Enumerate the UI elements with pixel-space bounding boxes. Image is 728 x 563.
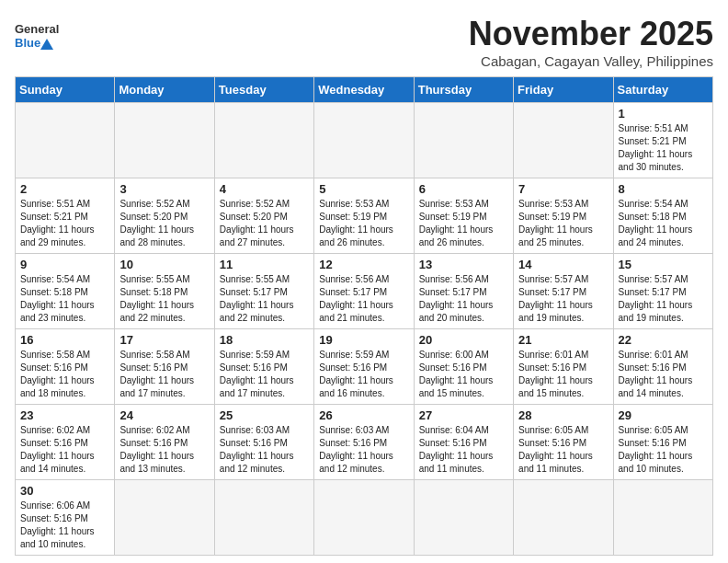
day-number: 15 [619, 258, 708, 271]
day-number: 24 [119, 408, 209, 422]
calendar-cell: 29Sunrise: 6:05 AMSunset: 5:16 PMDayligh… [613, 405, 712, 480]
day-number: 30 [20, 484, 109, 498]
calendar-cell [414, 103, 513, 178]
day-info: Sunrise: 5:54 AMSunset: 5:18 PMDaylight:… [20, 273, 109, 325]
weekday-monday: Monday [115, 77, 214, 103]
calendar-cell: 25Sunrise: 6:03 AMSunset: 5:16 PMDayligh… [214, 405, 313, 480]
calendar-cell: 16Sunrise: 5:58 AMSunset: 5:16 PMDayligh… [16, 329, 115, 405]
logo: General Blue [15, 15, 63, 57]
day-number: 29 [619, 408, 708, 422]
weekday-saturday: Saturday [613, 77, 712, 103]
day-info: Sunrise: 6:06 AMSunset: 5:16 PMDaylight:… [20, 500, 109, 551]
weekday-tuesday: Tuesday [214, 77, 313, 103]
day-info: Sunrise: 5:53 AMSunset: 5:19 PMDaylight:… [319, 198, 408, 249]
calendar-cell: 27Sunrise: 6:04 AMSunset: 5:16 PMDayligh… [414, 405, 513, 480]
day-info: Sunrise: 5:55 AMSunset: 5:17 PMDaylight:… [220, 273, 309, 325]
day-number: 14 [518, 258, 608, 271]
calendar-cell [16, 103, 115, 178]
month-title: November 2025 [469, 15, 713, 53]
calendar-cell: 4Sunrise: 5:52 AMSunset: 5:20 PMDaylight… [214, 178, 313, 254]
calendar-cell: 24Sunrise: 6:02 AMSunset: 5:16 PMDayligh… [115, 405, 214, 480]
calendar-cell: 22Sunrise: 6:01 AMSunset: 5:16 PMDayligh… [613, 329, 712, 405]
calendar-cell: 8Sunrise: 5:54 AMSunset: 5:18 PMDaylight… [613, 178, 712, 254]
calendar-cell: 17Sunrise: 5:58 AMSunset: 5:16 PMDayligh… [115, 329, 214, 405]
calendar-cell [613, 480, 712, 556]
svg-text:General: General [15, 22, 59, 36]
calendar-cell: 9Sunrise: 5:54 AMSunset: 5:18 PMDaylight… [16, 254, 115, 329]
day-info: Sunrise: 6:02 AMSunset: 5:16 PMDaylight:… [119, 424, 209, 476]
day-number: 21 [518, 333, 608, 347]
day-info: Sunrise: 5:51 AMSunset: 5:21 PMDaylight:… [619, 122, 708, 174]
day-number: 19 [319, 333, 408, 347]
calendar-cell [414, 480, 513, 556]
day-number: 18 [220, 333, 309, 347]
day-info: Sunrise: 5:57 AMSunset: 5:17 PMDaylight:… [619, 273, 708, 325]
calendar-cell [115, 480, 214, 556]
day-number: 25 [220, 408, 309, 422]
day-info: Sunrise: 5:55 AMSunset: 5:18 PMDaylight:… [119, 273, 209, 325]
day-number: 11 [220, 258, 309, 271]
day-info: Sunrise: 5:59 AMSunset: 5:16 PMDaylight:… [220, 349, 309, 400]
calendar-cell: 3Sunrise: 5:52 AMSunset: 5:20 PMDaylight… [115, 178, 214, 254]
calendar-body: 1Sunrise: 5:51 AMSunset: 5:21 PMDaylight… [16, 103, 713, 556]
day-number: 20 [419, 333, 508, 347]
day-number: 27 [419, 408, 508, 422]
day-number: 9 [20, 258, 109, 271]
calendar-week-0: 1Sunrise: 5:51 AMSunset: 5:21 PMDaylight… [16, 103, 713, 178]
day-info: Sunrise: 5:52 AMSunset: 5:20 PMDaylight:… [220, 198, 309, 249]
day-number: 1 [619, 107, 708, 121]
calendar-week-3: 16Sunrise: 5:58 AMSunset: 5:16 PMDayligh… [16, 329, 713, 405]
day-number: 22 [619, 333, 708, 347]
calendar-cell [514, 103, 613, 178]
day-info: Sunrise: 5:56 AMSunset: 5:17 PMDaylight:… [419, 273, 508, 325]
day-info: Sunrise: 6:02 AMSunset: 5:16 PMDaylight:… [20, 424, 109, 476]
day-number: 17 [119, 333, 209, 347]
calendar-week-4: 23Sunrise: 6:02 AMSunset: 5:16 PMDayligh… [16, 405, 713, 480]
day-info: Sunrise: 6:04 AMSunset: 5:16 PMDaylight:… [419, 424, 508, 476]
day-info: Sunrise: 5:52 AMSunset: 5:20 PMDaylight:… [119, 198, 209, 249]
day-number: 7 [518, 182, 608, 196]
day-number: 12 [319, 258, 408, 271]
day-number: 13 [419, 258, 508, 271]
calendar-cell [214, 103, 313, 178]
calendar-cell: 18Sunrise: 5:59 AMSunset: 5:16 PMDayligh… [214, 329, 313, 405]
calendar-week-2: 9Sunrise: 5:54 AMSunset: 5:18 PMDaylight… [16, 254, 713, 329]
day-info: Sunrise: 6:03 AMSunset: 5:16 PMDaylight:… [220, 424, 309, 476]
day-info: Sunrise: 5:58 AMSunset: 5:16 PMDaylight:… [119, 349, 209, 400]
calendar-cell: 11Sunrise: 5:55 AMSunset: 5:17 PMDayligh… [214, 254, 313, 329]
calendar-table: SundayMondayTuesdayWednesdayThursdayFrid… [15, 76, 713, 556]
calendar-cell: 1Sunrise: 5:51 AMSunset: 5:21 PMDaylight… [613, 103, 712, 178]
calendar-week-5: 30Sunrise: 6:06 AMSunset: 5:16 PMDayligh… [16, 480, 713, 556]
day-number: 6 [419, 182, 508, 196]
day-info: Sunrise: 6:00 AMSunset: 5:16 PMDaylight:… [419, 349, 508, 400]
calendar-cell [314, 103, 414, 178]
weekday-wednesday: Wednesday [314, 77, 414, 103]
day-number: 4 [220, 182, 309, 196]
logo-icon: General Blue [15, 15, 61, 57]
calendar-cell [314, 480, 414, 556]
calendar-cell [514, 480, 613, 556]
calendar-cell: 6Sunrise: 5:53 AMSunset: 5:19 PMDaylight… [414, 178, 513, 254]
calendar-cell: 20Sunrise: 6:00 AMSunset: 5:16 PMDayligh… [414, 329, 513, 405]
day-info: Sunrise: 5:58 AMSunset: 5:16 PMDaylight:… [20, 349, 109, 400]
weekday-friday: Friday [514, 77, 613, 103]
day-number: 8 [619, 182, 708, 196]
day-info: Sunrise: 5:53 AMSunset: 5:19 PMDaylight:… [518, 198, 608, 249]
svg-text:Blue: Blue [15, 36, 40, 50]
calendar-week-1: 2Sunrise: 5:51 AMSunset: 5:21 PMDaylight… [16, 178, 713, 254]
title-section: November 2025 Cabagan, Cagayan Valley, P… [469, 15, 713, 69]
calendar-cell: 10Sunrise: 5:55 AMSunset: 5:18 PMDayligh… [115, 254, 214, 329]
calendar-cell: 13Sunrise: 5:56 AMSunset: 5:17 PMDayligh… [414, 254, 513, 329]
calendar-cell: 5Sunrise: 5:53 AMSunset: 5:19 PMDaylight… [314, 178, 414, 254]
weekday-header-row: SundayMondayTuesdayWednesdayThursdayFrid… [16, 77, 713, 103]
day-info: Sunrise: 5:59 AMSunset: 5:16 PMDaylight:… [319, 349, 408, 400]
calendar-cell: 15Sunrise: 5:57 AMSunset: 5:17 PMDayligh… [613, 254, 712, 329]
day-info: Sunrise: 5:54 AMSunset: 5:18 PMDaylight:… [619, 198, 708, 249]
day-number: 23 [20, 408, 109, 422]
calendar-cell: 28Sunrise: 6:05 AMSunset: 5:16 PMDayligh… [514, 405, 613, 480]
calendar-cell: 19Sunrise: 5:59 AMSunset: 5:16 PMDayligh… [314, 329, 414, 405]
day-info: Sunrise: 6:05 AMSunset: 5:16 PMDaylight:… [518, 424, 608, 476]
day-info: Sunrise: 6:05 AMSunset: 5:16 PMDaylight:… [619, 424, 708, 476]
day-info: Sunrise: 5:53 AMSunset: 5:19 PMDaylight:… [419, 198, 508, 249]
calendar-cell: 14Sunrise: 5:57 AMSunset: 5:17 PMDayligh… [514, 254, 613, 329]
